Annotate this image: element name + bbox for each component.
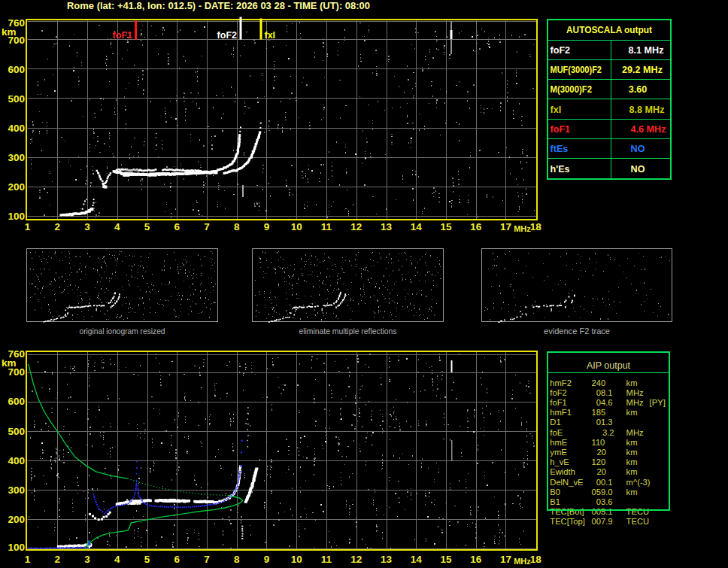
svg-text:03.6: 03.6 <box>596 497 613 506</box>
svg-text:29.2 MHz: 29.2 MHz <box>622 65 663 75</box>
svg-text:km: km <box>626 408 638 417</box>
svg-text:foF2: foF2 <box>550 388 566 397</box>
svg-text:7: 7 <box>204 221 210 232</box>
svg-text:4.6 MHz: 4.6 MHz <box>631 124 666 135</box>
svg-text:MHz: MHz <box>626 398 644 407</box>
svg-text:h_vE: h_vE <box>550 457 569 466</box>
svg-text:120: 120 <box>592 457 606 466</box>
svg-text:km: km <box>626 488 638 497</box>
svg-text:m^(-3): m^(-3) <box>626 478 651 487</box>
svg-text:8.8 MHz: 8.8 MHz <box>629 105 665 115</box>
svg-text:M(3000)F2: M(3000)F2 <box>551 84 593 95</box>
svg-text:18: 18 <box>530 221 542 232</box>
svg-text:NO: NO <box>631 164 645 175</box>
svg-text:3.2: 3.2 <box>602 428 614 437</box>
svg-text:400: 400 <box>8 455 25 466</box>
svg-text:MHz: MHz <box>626 388 644 397</box>
svg-text:4: 4 <box>114 554 120 565</box>
svg-text:km: km <box>626 438 638 447</box>
svg-text:5: 5 <box>144 554 150 565</box>
svg-text:400: 400 <box>8 123 25 134</box>
svg-text:MHz: MHz <box>514 224 531 233</box>
svg-text:B0: B0 <box>550 488 560 497</box>
svg-text:MHz: MHz <box>626 428 644 437</box>
svg-text:3: 3 <box>84 554 90 565</box>
svg-text:500: 500 <box>8 93 25 105</box>
svg-text:8: 8 <box>234 221 240 232</box>
svg-text:11: 11 <box>321 554 332 565</box>
svg-text:9: 9 <box>264 554 270 565</box>
svg-text:600: 600 <box>8 396 25 407</box>
svg-text:17: 17 <box>500 554 511 565</box>
svg-text:ymE: ymE <box>550 448 566 457</box>
svg-text:foF1: foF1 <box>550 398 566 407</box>
svg-text:hmF2: hmF2 <box>550 378 572 387</box>
svg-text:1: 1 <box>25 221 31 232</box>
svg-text:foF1: foF1 <box>113 30 132 41</box>
svg-text:9: 9 <box>264 221 270 232</box>
svg-text:15: 15 <box>440 221 452 232</box>
svg-text:700: 700 <box>8 366 25 378</box>
svg-text:16: 16 <box>470 221 482 232</box>
svg-text:13: 13 <box>381 221 393 232</box>
svg-text:[PY]: [PY] <box>650 398 666 407</box>
svg-text:200: 200 <box>8 514 25 525</box>
svg-text:300: 300 <box>8 152 25 163</box>
svg-text:1: 1 <box>25 554 31 565</box>
svg-text:TECU: TECU <box>626 507 649 516</box>
svg-text:km: km <box>626 448 638 457</box>
svg-text:hmE: hmE <box>550 438 567 447</box>
svg-text:2: 2 <box>54 221 60 232</box>
svg-text:NO: NO <box>631 144 645 154</box>
svg-text:14: 14 <box>411 221 423 232</box>
svg-text:MHz: MHz <box>514 557 531 566</box>
svg-text:original ionogram resized: original ionogram resized <box>80 327 165 336</box>
svg-text:6: 6 <box>174 221 180 232</box>
svg-text:foF1: foF1 <box>551 124 571 135</box>
svg-text:00.1: 00.1 <box>596 478 613 487</box>
svg-text:08.1: 08.1 <box>596 388 613 397</box>
svg-text:8.1 MHz: 8.1 MHz <box>629 45 664 56</box>
svg-text:AIP output: AIP output <box>587 360 631 371</box>
svg-text:059.0: 059.0 <box>592 488 613 497</box>
svg-text:500: 500 <box>8 426 25 437</box>
svg-text:fxI: fxI <box>551 105 562 115</box>
svg-text:Rome (lat: +41.8, lon: 012.5): Rome (lat: +41.8, lon: 012.5) - DATE: 20… <box>67 0 370 11</box>
svg-text:18: 18 <box>530 554 542 565</box>
svg-text:3: 3 <box>84 221 90 232</box>
svg-text:20: 20 <box>597 448 606 457</box>
svg-text:600: 600 <box>8 64 25 75</box>
svg-text:DelN_vE: DelN_vE <box>550 478 583 487</box>
svg-text:eliminate multiple reflections: eliminate multiple reflections <box>299 327 398 336</box>
svg-text:17: 17 <box>500 221 511 232</box>
svg-text:foE: foE <box>550 428 563 437</box>
svg-text:TEC[Top]: TEC[Top] <box>550 517 585 526</box>
svg-text:8: 8 <box>234 554 240 565</box>
svg-text:fxI: fxI <box>265 30 276 41</box>
svg-text:evidence F2 trace: evidence F2 trace <box>544 327 610 336</box>
svg-text:km: km <box>626 378 638 387</box>
svg-text:7: 7 <box>204 554 210 565</box>
svg-text:13: 13 <box>381 554 393 565</box>
svg-text:300: 300 <box>8 484 25 496</box>
svg-text:TECU: TECU <box>626 517 649 526</box>
svg-text:3.60: 3.60 <box>629 84 648 95</box>
svg-text:15: 15 <box>440 554 452 565</box>
svg-text:km: km <box>626 457 638 466</box>
svg-text:TEC[Bot]: TEC[Bot] <box>550 507 584 516</box>
svg-text:04.6: 04.6 <box>596 398 613 407</box>
svg-text:110: 110 <box>592 438 605 447</box>
svg-text:hmF1: hmF1 <box>550 408 572 417</box>
svg-text:MUF(3000)F2: MUF(3000)F2 <box>551 65 602 75</box>
svg-text:Ewidth: Ewidth <box>550 467 575 476</box>
svg-text:185: 185 <box>592 408 606 417</box>
svg-text:100: 100 <box>8 542 25 553</box>
svg-text:foF2: foF2 <box>551 45 571 56</box>
svg-text:foF2: foF2 <box>217 30 237 41</box>
svg-text:AUTOSCALA output: AUTOSCALA output <box>566 24 653 35</box>
svg-text:h'Es: h'Es <box>551 164 570 175</box>
svg-text:4: 4 <box>114 221 120 232</box>
svg-text:20: 20 <box>597 467 606 476</box>
svg-text:10: 10 <box>291 554 302 565</box>
svg-text:700: 700 <box>8 35 25 46</box>
